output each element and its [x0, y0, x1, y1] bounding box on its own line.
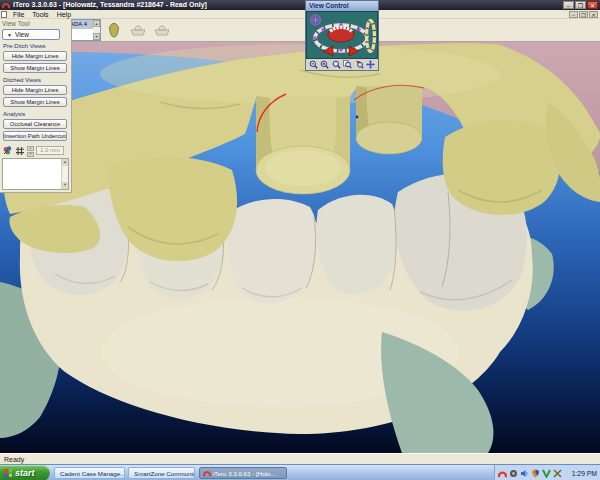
minimize-button[interactable]: –: [563, 1, 574, 9]
dental-model-scene[interactable]: [0, 42, 600, 453]
taskbar-item-label: SmartZone Communic...: [134, 470, 195, 477]
pre-ditch-hide-margin-button[interactable]: Hide Margin Lines: [3, 51, 67, 61]
taskbar-item-label: iTero 3.3.0.63 - [Holo...: [213, 470, 276, 477]
ditched-view-button-2[interactable]: [151, 20, 173, 40]
group-label-analysis: Analysis: [3, 111, 25, 117]
menu-file[interactable]: File: [9, 10, 28, 19]
prep-die-back: [356, 86, 422, 154]
security-shield-tray-icon[interactable]: [531, 469, 540, 478]
windows-flag-icon: [4, 469, 12, 478]
child-close-button[interactable]: ✕: [589, 11, 598, 18]
itero-logo-icon: [2, 1, 10, 9]
margin-list-box[interactable]: ▲ ▼: [2, 158, 69, 190]
window-title: iTero 3.3.0.63 - [Holowatz, Tessandra #2…: [13, 0, 207, 10]
zoom-out-icon[interactable]: [309, 60, 318, 69]
view-dropdown-label: View: [15, 31, 29, 38]
lower-tooth-3: [316, 195, 398, 294]
menu-tools[interactable]: Tools: [28, 10, 52, 19]
scroll-down-icon[interactable]: ▼: [93, 33, 100, 40]
grid-icon[interactable]: [15, 146, 25, 156]
ditched-tray-icon: [152, 22, 172, 38]
scroll-down-icon[interactable]: ▼: [62, 182, 68, 189]
itero-app-icon: [203, 469, 211, 477]
ditched-tray-icon: [128, 22, 148, 38]
main-toolbar: ADA 4 ▲ ▼: [0, 19, 600, 42]
menu-help[interactable]: Help: [53, 10, 75, 19]
volume-tray-icon[interactable]: [520, 469, 529, 478]
upper-molar-right: [443, 120, 560, 215]
panel-header: View Tool: [2, 20, 30, 27]
pre-ditch-show-margin-button[interactable]: Show Margin Lines: [3, 63, 67, 73]
3d-viewport[interactable]: [0, 42, 600, 453]
taskbar-item-itero-active[interactable]: iTero 3.3.0.63 - [Holo...: [199, 467, 287, 479]
child-restore-button[interactable]: ❐: [579, 11, 588, 18]
app-status-tray-icon[interactable]: [509, 469, 518, 478]
zoom-fit-icon[interactable]: [332, 60, 341, 69]
grid-size-field[interactable]: 1.0 mm: [36, 146, 64, 155]
pan-icon[interactable]: [366, 60, 375, 69]
prep-die-main: [256, 96, 350, 194]
ditched-view-button-1[interactable]: [127, 20, 149, 40]
prep-tooth-view-button[interactable]: [103, 20, 125, 40]
ada-scrollbar[interactable]: ▲ ▼: [93, 20, 100, 40]
antivirus-tray-icon[interactable]: [542, 469, 551, 478]
scroll-up-icon[interactable]: ▲: [93, 20, 100, 27]
ada-tooth-selector[interactable]: ADA 4 ▲ ▼: [67, 19, 101, 41]
itero-application-window: iTero 3.3.0.63 - [Holowatz, Tessandra #2…: [0, 0, 600, 480]
view-control-window: View Control: [305, 0, 379, 71]
prep-tooth-icon: [106, 22, 122, 39]
panel-icon-row: ▲▼ 1.0 mm: [2, 145, 70, 156]
scroll-up-icon[interactable]: ▲: [62, 159, 68, 166]
list-scrollbar[interactable]: ▲ ▼: [61, 159, 68, 189]
color-tool-icon[interactable]: [2, 145, 13, 156]
close-button[interactable]: ✕: [587, 1, 598, 9]
group-label-ditched: Ditched Views: [3, 77, 41, 83]
menubar: File Tools Help – ❐ ✕: [0, 10, 600, 19]
restore-button[interactable]: ❐: [575, 1, 586, 9]
document-icon: [1, 11, 7, 18]
view-control-titlebar[interactable]: View Control: [306, 1, 378, 11]
taskbar-item-cadent[interactable]: Cadent Case Manage...: [54, 467, 125, 479]
orbit-control-widget[interactable]: [307, 12, 379, 58]
child-minimize-button[interactable]: –: [569, 11, 578, 18]
view-control-toolbar: [306, 59, 378, 70]
window-titlebar: iTero 3.3.0.63 - [Holowatz, Tessandra #2…: [0, 0, 600, 10]
zoom-selection-icon[interactable]: [355, 60, 364, 69]
taskbar: start Cadent Case Manage... SmartZone Co…: [0, 464, 600, 480]
insertion-path-undercuts-button[interactable]: Insertion Path Undercuts: [3, 131, 67, 141]
taskbar-clock: 1:29 PM: [572, 470, 597, 477]
view-tool-panel: View Tool ▼View Pre-Ditch Views Hide Mar…: [0, 19, 72, 193]
system-tray: 1:29 PM: [494, 465, 600, 480]
status-bar: Ready: [0, 453, 600, 464]
upper-arch-highlight: [100, 44, 500, 104]
ditched-show-margin-button[interactable]: Show Margin Lines: [3, 97, 67, 107]
start-button[interactable]: start: [0, 465, 50, 480]
zoom-in-icon[interactable]: [320, 60, 329, 69]
occlusal-clearance-button[interactable]: Occlusal Clearance: [3, 119, 67, 129]
itero-tray-icon[interactable]: [498, 469, 507, 478]
taskbar-item-smartzone[interactable]: SmartZone Communic...: [128, 467, 195, 479]
connection-tray-icon[interactable]: [553, 469, 562, 478]
view-control-body[interactable]: [306, 11, 378, 59]
group-label-pre-ditch: Pre-Ditch Views: [3, 43, 46, 49]
ditched-hide-margin-button[interactable]: Hide Margin Lines: [3, 85, 67, 95]
grid-size-spinner[interactable]: ▲▼: [27, 146, 34, 156]
lower-tooth-2: [226, 199, 317, 304]
status-text: Ready: [4, 456, 24, 463]
zoom-window-icon[interactable]: [343, 60, 352, 69]
margin-point-blue: [356, 116, 359, 119]
view-dropdown-button[interactable]: ▼View: [2, 29, 60, 40]
taskbar-item-label: Cadent Case Manage...: [60, 470, 125, 477]
dropdown-arrow-icon: ▼: [7, 32, 12, 38]
start-label: start: [15, 468, 35, 478]
